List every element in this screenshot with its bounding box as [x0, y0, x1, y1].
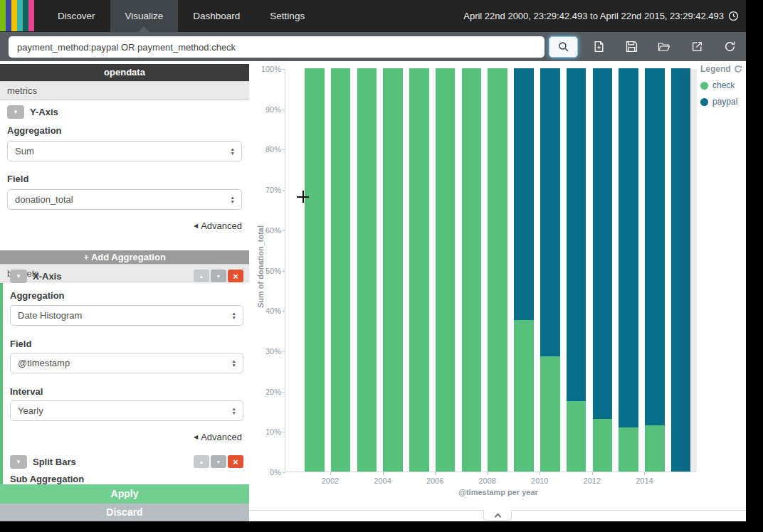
- x-axis-header-row: ▼ X-Axis: [10, 270, 61, 283]
- bar-2010[interactable]: [540, 68, 560, 472]
- collapse-button[interactable]: ▼: [10, 455, 27, 469]
- move-up-button[interactable]: ▲: [194, 270, 209, 282]
- select-stepper-icon: ▲▼: [232, 312, 236, 320]
- bar-2007[interactable]: [462, 68, 482, 472]
- legend-header[interactable]: Legend: [700, 64, 742, 74]
- bar-segment-paypal[interactable]: [514, 68, 534, 320]
- bar-segment-check[interactable]: [436, 68, 456, 472]
- x-axis-field-select[interactable]: @timestamp ▲▼: [10, 353, 243, 373]
- search-icon: [558, 41, 569, 53]
- bar-segment-check[interactable]: [488, 68, 507, 472]
- bar-segment-paypal[interactable]: [567, 68, 586, 401]
- x-axis-aggregation-select[interactable]: Date Histogram ▲▼: [10, 305, 243, 326]
- y-tick-mark: [282, 311, 285, 312]
- bar-segment-check[interactable]: [383, 68, 403, 472]
- collapse-button[interactable]: ▼: [10, 270, 27, 283]
- new-document-icon[interactable]: [591, 40, 606, 54]
- y-axis-aggregation-select[interactable]: Sum ▲▼: [7, 141, 242, 161]
- x-axis-advanced-toggle[interactable]: ◀ Advanced: [194, 432, 242, 442]
- bar-segment-paypal[interactable]: [593, 68, 613, 419]
- bar-segment-check[interactable]: [331, 68, 351, 472]
- bar-segment-check[interactable]: [619, 427, 638, 472]
- legend-item-check[interactable]: check: [700, 80, 742, 90]
- bar-segment-check[interactable]: [645, 425, 665, 472]
- arrow-down-icon: ▼: [216, 274, 221, 279]
- discard-button[interactable]: Discard: [0, 504, 249, 521]
- refresh-icon[interactable]: [722, 40, 737, 54]
- bar-2014[interactable]: [645, 68, 665, 472]
- bar-2008[interactable]: [488, 68, 507, 472]
- y-tick-mark: [282, 149, 285, 150]
- legend-item-paypal[interactable]: paypal: [700, 97, 742, 107]
- collapse-button[interactable]: ▼: [7, 105, 24, 119]
- bar-2001[interactable]: [305, 68, 325, 472]
- nav-tab-discover[interactable]: Discover: [43, 0, 110, 32]
- nav-tab-dashboard[interactable]: Dashboard: [178, 0, 255, 32]
- y-axis-advanced-toggle[interactable]: ◀ Advanced: [194, 220, 242, 231]
- remove-button[interactable]: ×: [228, 270, 243, 282]
- bar-segment-check[interactable]: [357, 68, 377, 472]
- selected-value: Yearly: [18, 405, 43, 416]
- select-stepper-icon: ▲▼: [231, 147, 235, 156]
- y-tick-mark: [282, 110, 285, 110]
- bar-segment-check[interactable]: [514, 320, 534, 472]
- add-aggregation-button[interactable]: + Add Aggregation: [0, 250, 249, 264]
- bar-2004[interactable]: [383, 68, 403, 472]
- bar-segment-paypal[interactable]: [619, 68, 638, 427]
- x-tick-mark: [383, 472, 384, 475]
- y-tick-mark: [282, 271, 285, 272]
- move-down-button[interactable]: ▼: [211, 270, 226, 282]
- y-tick-mark: [282, 351, 285, 352]
- query-input[interactable]: [9, 36, 544, 58]
- search-button[interactable]: [549, 36, 578, 58]
- bar-2009[interactable]: [514, 68, 534, 472]
- select-stepper-icon: ▲▼: [232, 407, 236, 415]
- x-tick-label: 2012: [571, 477, 614, 485]
- x-tick-mark: [488, 472, 488, 475]
- bar-2003[interactable]: [357, 68, 377, 472]
- open-folder-icon[interactable]: [657, 40, 671, 54]
- bar-2006[interactable]: [436, 68, 456, 472]
- move-up-button[interactable]: ▲: [194, 455, 209, 468]
- apply-button[interactable]: Apply: [0, 484, 249, 504]
- time-range-text[interactable]: April 22nd 2000, 23:29:42.493 to April 2…: [463, 11, 724, 21]
- y-tick-label: 80%: [250, 145, 281, 154]
- y-tick-mark: [282, 190, 285, 191]
- index-pattern-title: opendata: [0, 64, 249, 81]
- bar-2012[interactable]: [593, 68, 613, 472]
- x-tick-label: 2006: [414, 477, 456, 485]
- vis-editor-sidebar: opendata metrics ▼ Y-Axis Aggregation Su…: [0, 61, 249, 521]
- bar-segment-check[interactable]: [462, 68, 482, 472]
- partial-bucket-endzone: [680, 69, 697, 472]
- y-axis-field-select[interactable]: donation_total ▲▼: [7, 189, 242, 210]
- bar-segment-check[interactable]: [305, 68, 325, 472]
- selected-value: donation_total: [15, 194, 73, 205]
- bar-2002[interactable]: [331, 68, 351, 472]
- bar-segment-check[interactable]: [409, 68, 429, 472]
- clock-icon[interactable]: [728, 11, 739, 21]
- close-icon: ×: [233, 271, 238, 282]
- x-axis-interval-select[interactable]: Yearly ▲▼: [10, 400, 243, 421]
- nav-tab-settings[interactable]: Settings: [255, 0, 320, 32]
- metrics-section-header: metrics: [0, 81, 249, 100]
- export-icon[interactable]: [690, 40, 704, 54]
- bar-segment-paypal[interactable]: [645, 68, 665, 425]
- save-icon[interactable]: [624, 40, 638, 54]
- spy-panel-toggle[interactable]: [483, 510, 512, 521]
- bar-segment-check[interactable]: [593, 419, 613, 472]
- triangle-left-icon: ◀: [194, 223, 198, 229]
- sub-aggregation-label: Sub Aggregation: [10, 474, 84, 484]
- y-tick-mark: [282, 230, 285, 231]
- bar-2013[interactable]: [619, 68, 638, 472]
- bar-segment-paypal[interactable]: [540, 68, 560, 356]
- logo-stripe: [11, 0, 17, 31]
- bar-2011[interactable]: [567, 68, 586, 472]
- y-tick-label: 50%: [250, 267, 281, 275]
- nav-tab-visualize[interactable]: Visualize: [110, 0, 179, 32]
- bar-segment-check[interactable]: [567, 401, 586, 472]
- y-tick-label: 30%: [250, 347, 281, 356]
- remove-button[interactable]: ×: [228, 455, 243, 468]
- move-down-button[interactable]: ▼: [211, 455, 226, 468]
- bar-segment-check[interactable]: [540, 356, 560, 472]
- bar-2005[interactable]: [409, 68, 429, 472]
